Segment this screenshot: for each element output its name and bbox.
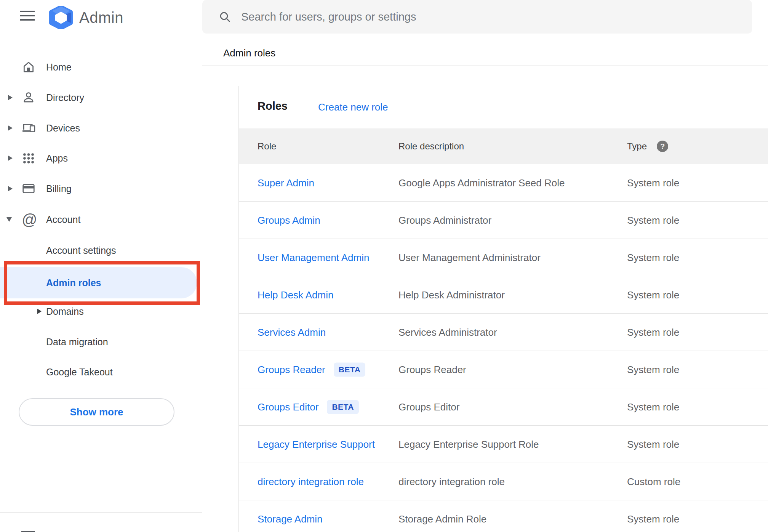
expand-chevron-icon[interactable]	[37, 309, 42, 314]
table-row: Storage Admin Storage Admin Role System …	[239, 500, 768, 532]
table-row: Groups ReaderBETA Groups Reader System r…	[239, 351, 768, 388]
role-link[interactable]: Groups ReaderBETA	[258, 362, 365, 377]
column-header-role-description: Role description	[398, 141, 464, 152]
table-row: Groups Admin Groups Administrator System…	[239, 202, 768, 239]
sidebar-item-data-migration[interactable]: Data migration	[0, 333, 202, 351]
role-type: System role	[627, 401, 679, 413]
admin-hexagon-logo-icon	[49, 6, 73, 29]
role-description: Legacy Enterprise Support Role	[398, 438, 539, 450]
role-type: System role	[627, 252, 679, 263]
sidebar-item-devices[interactable]: Devices	[0, 119, 202, 137]
table-row: Services Admin Services Administrator Sy…	[239, 314, 768, 351]
sidebar-item-label: Data migration	[46, 337, 108, 348]
role-link[interactable]: directory integration role	[258, 476, 364, 487]
sidebar-item-apps[interactable]: Apps	[0, 149, 202, 167]
role-description: Groups Reader	[398, 364, 466, 375]
apps-grid-icon	[22, 151, 35, 165]
sidebar-item-label: Billing	[46, 183, 72, 194]
roles-table-body: Super Admin Google Apps Administrator Se…	[239, 164, 768, 532]
sidebar-item-label: Google Takeout	[46, 367, 113, 378]
product-title: Admin	[79, 9, 123, 26]
show-more-button[interactable]: Show more	[19, 398, 174, 426]
sidebar-item-account-settings[interactable]: Account settings	[0, 241, 202, 260]
table-row: User Management Admin User Management Ad…	[239, 239, 768, 276]
beta-badge: BETA	[334, 362, 366, 377]
expand-chevron-icon[interactable]	[8, 95, 13, 100]
role-link[interactable]: Super Admin	[258, 177, 314, 189]
role-description: Services Administrator	[398, 326, 497, 338]
role-type: System role	[627, 513, 679, 525]
role-type: System role	[627, 438, 679, 450]
collapse-chevron-icon[interactable]	[6, 217, 12, 222]
at-sign-icon: @	[22, 213, 35, 226]
sidebar-item-label: Account settings	[46, 245, 116, 256]
create-new-role-link[interactable]: Create new role	[318, 101, 388, 113]
expand-chevron-icon[interactable]	[8, 155, 13, 161]
roles-table-header: Role Role description Type ?	[239, 128, 768, 164]
expand-chevron-icon[interactable]	[8, 186, 13, 191]
sidebar-item-label: Devices	[46, 123, 80, 134]
search-icon	[219, 11, 230, 22]
role-type: System role	[627, 177, 679, 189]
role-link[interactable]: Services Admin	[258, 326, 326, 338]
sidebar-item-home[interactable]: Home	[0, 58, 202, 76]
role-description: directory integration role	[398, 476, 505, 487]
sidebar-item-directory[interactable]: Directory	[0, 88, 202, 107]
roles-card-title: Roles	[258, 100, 288, 112]
menu-hamburger-icon[interactable]	[20, 11, 35, 21]
person-icon	[22, 91, 35, 104]
role-link[interactable]: Groups Admin	[258, 214, 320, 226]
devices-icon	[22, 121, 35, 135]
role-link[interactable]: Legacy Enterprise Support	[258, 438, 375, 450]
role-type: System role	[627, 364, 679, 375]
credit-card-icon	[22, 182, 35, 195]
role-link[interactable]: User Management Admin	[258, 252, 369, 263]
role-link[interactable]: Help Desk Admin	[258, 289, 333, 301]
sidebar-item-billing[interactable]: Billing	[0, 179, 202, 198]
show-more-label: Show more	[70, 406, 123, 418]
table-row: Super Admin Google Apps Administrator Se…	[239, 164, 768, 202]
sidebar-item-label: Directory	[46, 92, 84, 103]
sidebar-item-google-takeout[interactable]: Google Takeout	[0, 363, 202, 381]
role-description: Google Apps Administrator Seed Role	[398, 177, 565, 189]
column-header-type: Type ?	[627, 141, 668, 152]
sidebar-item-admin-roles-active[interactable]: Admin roles	[0, 267, 197, 298]
column-header-role: Role	[258, 141, 276, 152]
table-row: directory integration role directory int…	[239, 463, 768, 500]
role-description: Storage Admin Role	[398, 513, 486, 525]
role-type: System role	[627, 326, 679, 338]
table-row: Groups EditorBETA Groups Editor System r…	[239, 388, 768, 426]
search-bar[interactable]	[202, 0, 752, 34]
role-type: Custom role	[627, 476, 680, 487]
breadcrumb: Admin roles	[223, 47, 275, 59]
sidebar-item-account[interactable]: @ Account	[0, 210, 202, 229]
role-type: System role	[627, 214, 679, 226]
role-link[interactable]: Groups EditorBETA	[258, 400, 359, 414]
role-type: System role	[627, 289, 679, 301]
sidebar-item-label: Home	[46, 62, 72, 73]
search-input[interactable]	[240, 10, 698, 24]
sidebar-item-domains[interactable]: Domains	[0, 302, 202, 320]
expand-chevron-icon[interactable]	[8, 125, 13, 131]
sidebar-item-label: Domains	[46, 306, 84, 317]
role-description: Help Desk Administrator	[398, 289, 505, 301]
table-row: Help Desk Admin Help Desk Administrator …	[239, 276, 768, 314]
role-link[interactable]: Storage Admin	[258, 513, 323, 525]
role-description: Groups Administrator	[398, 214, 491, 226]
beta-badge: BETA	[327, 400, 359, 414]
sidebar-item-label: Account	[46, 214, 80, 225]
sidebar-item-label: Admin roles	[46, 277, 101, 288]
role-description: User Management Administrator	[398, 252, 541, 263]
type-help-icon[interactable]: ?	[657, 141, 668, 152]
role-description: Groups Editor	[398, 401, 459, 413]
home-icon	[22, 60, 35, 74]
sidebar-bottom-divider	[0, 512, 202, 513]
sidebar-item-label: Apps	[46, 153, 68, 164]
table-row: Legacy Enterprise Support Legacy Enterpr…	[239, 426, 768, 463]
roles-card-top-border	[238, 86, 768, 86]
content-divider	[202, 66, 768, 66]
